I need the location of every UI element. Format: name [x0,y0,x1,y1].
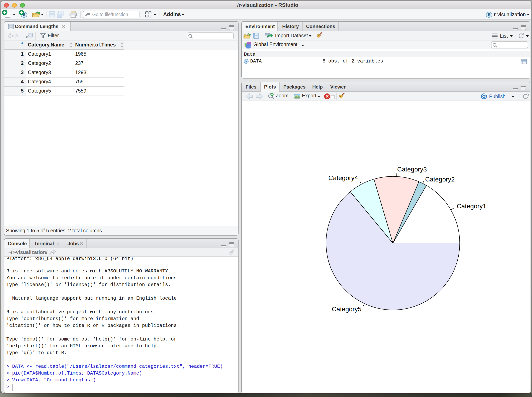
svg-text:r-visualization: r-visualization [494,12,526,18]
svg-text:Publish: Publish [489,93,506,99]
svg-text:Category2: Category2 [425,175,455,183]
svg-text:Category5: Category5 [332,305,361,312]
svg-text:R: R [488,12,490,17]
svg-text:List: List [500,33,508,39]
svg-text:Category4: Category4 [328,174,358,181]
svg-text:Addins: Addins [163,11,181,17]
svg-text:Category1: Category1 [457,202,486,210]
svg-text:Category3: Category3 [397,165,427,173]
